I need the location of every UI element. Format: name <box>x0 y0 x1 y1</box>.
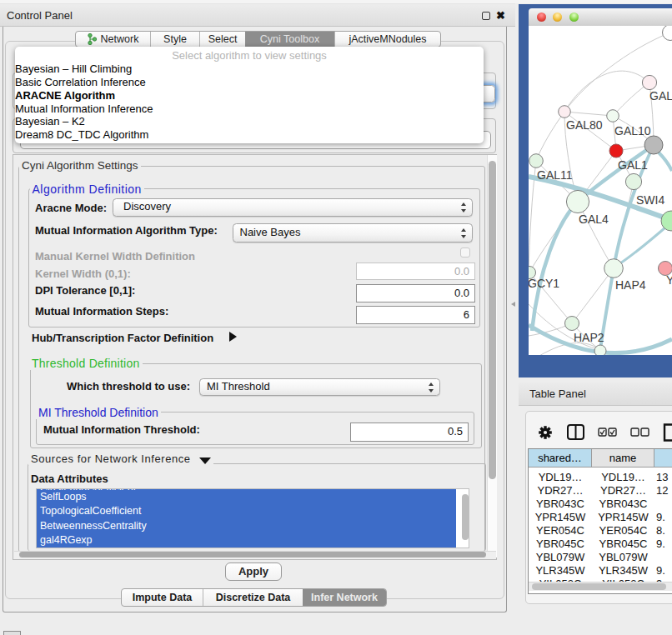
svg-text:Y: Y <box>666 273 672 287</box>
svg-text:GAL2: GAL2 <box>649 89 672 102</box>
svg-text:SWI4: SWI4 <box>636 193 664 207</box>
svg-text:HAP2: HAP2 <box>574 331 604 344</box>
svg-text:GAL10: GAL10 <box>614 124 651 138</box>
svg-text:HAP4: HAP4 <box>615 278 646 292</box>
svg-text:GAL1: GAL1 <box>618 158 648 172</box>
svg-text:GAL80: GAL80 <box>566 118 603 132</box>
svg-text:GCY1: GCY1 <box>529 277 559 290</box>
svg-text:GAL4: GAL4 <box>579 212 609 226</box>
svg-text:GAL11: GAL11 <box>537 168 573 182</box>
